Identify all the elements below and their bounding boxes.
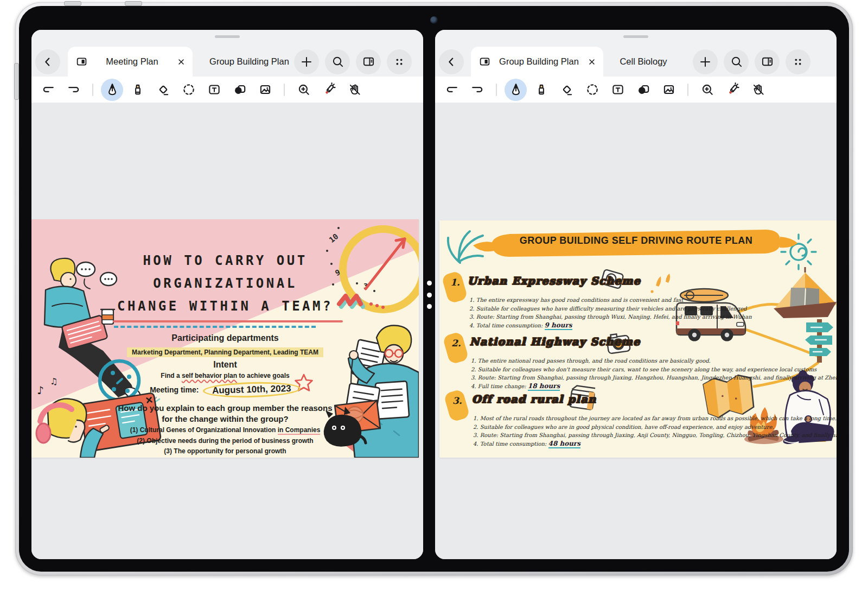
volume-button[interactable] [64,1,81,6]
section2-time-value: 18 hours [528,382,560,391]
search-button[interactable] [724,49,749,74]
tab-label: Group Building Plan [209,56,289,67]
tool-zoom[interactable] [700,83,714,97]
tab-label: Meeting Plan [92,56,172,67]
slide-page-route-plan[interactable]: GROUP BUILDING SELF DRIVING ROUTE PLAN 1… [439,220,837,458]
tool-fountain-pen[interactable] [105,83,119,97]
section2-time-label: 4. Full time change: [471,383,528,389]
point-3: (3) The opportunity for personal growth [31,447,419,455]
exclamation-doodle [650,274,670,293]
dots-grid-icon [393,56,405,68]
pen-eraser-icon [322,83,336,97]
redo-icon [67,83,81,97]
tool-undo[interactable] [444,83,459,97]
participating-heading: Participating departments [31,333,419,343]
tool-marker[interactable] [534,83,548,97]
tool-touch-off[interactable] [751,83,765,97]
section2-items: 1. The entire national road passes throu… [471,357,837,390]
close-icon[interactable] [588,58,596,66]
hand-disabled-icon [751,83,765,97]
document-tab-icon [76,56,87,67]
fountain-pen-icon [509,83,523,97]
tool-pen-eraser[interactable] [725,83,740,97]
zoom-in-icon [297,83,311,97]
eraser-icon [560,83,574,97]
tool-image[interactable] [661,83,676,97]
meeting-label: Meeting time: [150,385,199,394]
section1-item2: 2. Suitable for colleagues who have diff… [469,305,752,313]
tool-text[interactable] [610,83,625,97]
tool-zoom[interactable] [296,83,311,97]
search-icon [331,55,344,68]
tool-eraser[interactable] [156,83,170,97]
tool-image[interactable] [258,83,272,97]
new-tab-button[interactable] [294,49,319,74]
tool-eraser[interactable] [559,83,574,97]
tab-group-building-plan[interactable]: Group Building Plan [205,56,294,67]
section3-item3: 3. Route: Starting from Shanghai, passin… [473,431,837,440]
point1-pre: (1) Cultural Genes of Organizational Inn… [130,426,278,434]
section3-items: 1. Most of the rural roads throughout th… [473,414,837,448]
section3-time-label: 4. Total time consumption: [473,441,548,447]
section3-time-value: 48 hours [548,440,580,448]
section3-number: 3. [452,395,462,406]
window-drag-handle[interactable] [215,35,240,38]
tab-group-building-plan-active[interactable]: Group Building Plan [471,47,603,77]
undo-icon [41,83,55,97]
tab-meeting-plan[interactable]: Meeting Plan [68,47,193,77]
search-button[interactable] [325,49,350,74]
toolbar-separator [92,84,93,96]
tool-lasso[interactable] [181,83,196,97]
tool-marker[interactable] [130,83,145,97]
section1-items: 1. The entire expressway has good road c… [469,296,752,330]
lasso-icon [585,83,599,97]
right-window-chrome: Group Building Plan Cell Biology [435,30,837,77]
point1-underlined: in Companies [278,426,321,435]
new-tab-button[interactable] [693,49,718,74]
tool-undo[interactable] [41,83,55,97]
blue-dashed-underline [114,326,316,328]
document-tab-icon [479,56,490,67]
meeting-time-row: Meeting time: August 10th, 2023 [31,382,419,397]
slide-title-line2: ORGANIZATIONAL [31,276,419,291]
redo-icon [470,83,484,97]
tool-touch-off[interactable] [347,83,362,97]
toolbar-separator [687,84,688,96]
split-resize-handle[interactable] [423,281,435,309]
tool-lasso[interactable] [585,83,599,97]
section1-time-value: 9 hours [545,321,572,330]
slide-page-meeting[interactable]: 10 9 3 [31,219,419,458]
tool-fountain-pen[interactable] [508,83,523,97]
image-icon [662,83,676,97]
sidebar-panel-button[interactable] [755,49,780,74]
dots-grid-icon [792,56,804,68]
tool-redo[interactable] [66,83,81,97]
tool-shapes[interactable] [232,83,247,97]
section3-heading: Off road rural plan [472,393,597,405]
power-button[interactable] [125,1,142,6]
right-canvas[interactable]: GROUP BUILDING SELF DRIVING ROUTE PLAN 1… [435,103,837,559]
lasso-icon [182,83,196,97]
marker-icon [534,83,548,97]
tool-redo[interactable] [470,83,484,97]
back-button[interactable] [439,49,464,74]
back-button[interactable] [35,49,60,74]
section3-item4: 4. Total time consumption: 48 hours [473,440,837,448]
tool-shapes[interactable] [636,83,650,97]
image-icon [258,83,272,97]
tool-pen-eraser[interactable] [322,83,336,97]
more-apps-button[interactable] [786,49,810,74]
sidebar-panel-button[interactable] [356,49,381,74]
more-apps-button[interactable] [387,49,412,74]
window-drag-handle[interactable] [623,35,648,38]
tab-label: Group Building Plan [495,56,583,67]
departments-highlight: Marketing Department, Planning Departmen… [127,347,323,357]
side-button[interactable] [14,63,19,100]
left-canvas[interactable]: 10 9 3 [31,103,423,559]
tab-cell-biology[interactable]: Cell Biology [616,56,671,67]
front-camera [430,16,438,24]
point-2: (2) Objective needs during the period of… [31,437,419,445]
close-icon[interactable] [177,58,186,66]
tool-text[interactable] [207,83,221,97]
red-underline [113,320,343,322]
